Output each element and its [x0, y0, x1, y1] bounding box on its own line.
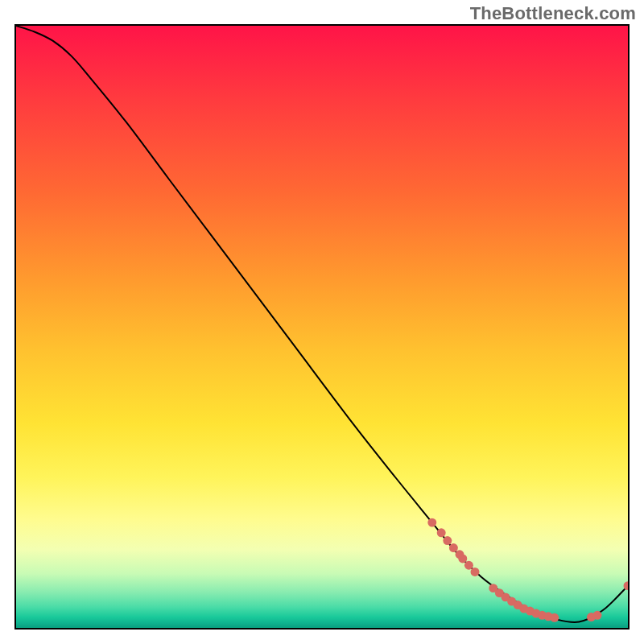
- cluster-point: [437, 528, 446, 537]
- plot-area: [14, 24, 630, 630]
- bottleneck-curve: [16, 26, 628, 622]
- cluster-point: [427, 518, 436, 527]
- cluster-point: [464, 561, 473, 570]
- watermark-text: TheBottleneck.com: [470, 3, 636, 24]
- cluster-point: [443, 536, 452, 545]
- cluster-point: [471, 568, 480, 576]
- cluster-point: [593, 611, 602, 620]
- chart-svg: [16, 26, 628, 628]
- cluster-point: [550, 613, 559, 622]
- chart-wrapper: TheBottleneck.com: [0, 0, 644, 644]
- cluster-point: [449, 543, 458, 552]
- cluster-point: [458, 555, 467, 564]
